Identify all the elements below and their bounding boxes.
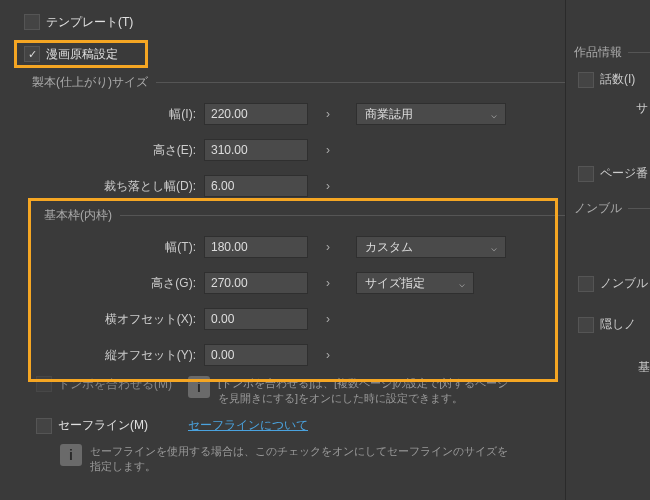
height-e-row: 高さ(E): 310.00 › (20, 135, 565, 165)
manga-settings-label: 漫画原稿設定 (46, 46, 118, 63)
commercial-preset-value: 商業誌用 (365, 106, 413, 123)
template-label: テンプレート(T) (46, 14, 133, 31)
safeline-link[interactable]: セーフラインについて (188, 417, 308, 434)
height-g-stepper[interactable]: › (314, 272, 342, 294)
binding-section-header: 製本(仕上がり)サイズ (32, 74, 565, 91)
divider-line (628, 52, 650, 53)
bleed-input[interactable]: 6.00 (204, 175, 308, 197)
right-panel: 作品情報 話数(I) サ ページ番 ノンブル ノンブル 隠しノ 基 (565, 0, 650, 500)
offset-x-row: 横オフセット(X): 0.00 › (20, 304, 565, 334)
left-panel: テンプレート(T) 漫画原稿設定 製本(仕上がり)サイズ 幅(I): 220.0… (0, 0, 565, 500)
width-i-row: 幅(I): 220.00 › 商業誌用 ⌵ (20, 99, 565, 129)
sa-label: サ (596, 100, 650, 117)
tombo-info-text: [トンボを合わせる]は、[複数ページ]の設定で[対するページを見開きにする]をオ… (218, 376, 518, 406)
safeline-info-text: セーフラインを使用する場合は、このチェックをオンにしてセーフラインのサイズを指定… (90, 444, 510, 474)
tombo-checkbox (36, 376, 52, 392)
offset-y-label: 縦オフセット(Y): (20, 347, 204, 364)
info-icon: i (60, 444, 82, 466)
binding-section-title: 製本(仕上がり)サイズ (32, 74, 148, 91)
offset-x-input[interactable]: 0.00 (204, 308, 308, 330)
width-i-label: 幅(I): (20, 106, 204, 123)
height-e-label: 高さ(E): (20, 142, 204, 159)
inner-section-title: 基本枠(内枠) (44, 207, 112, 224)
safeline-row: セーフライン(M) セーフラインについて (36, 412, 565, 440)
commercial-preset-dropdown[interactable]: 商業誌用 ⌵ (356, 103, 506, 125)
width-t-row: 幅(T): 180.00 › カスタム ⌵ (20, 232, 565, 262)
offset-x-stepper[interactable]: › (314, 308, 342, 330)
pagenum-checkbox[interactable] (578, 166, 594, 182)
divider-line (120, 215, 565, 216)
episodes-row: 話数(I) (578, 71, 650, 88)
work-info-header: 作品情報 (574, 44, 650, 61)
divider-line (628, 208, 650, 209)
template-checkbox[interactable] (24, 14, 40, 30)
tombo-row: トンボを合わせる(M) i [トンボを合わせる]は、[複数ページ]の設定で[対す… (36, 376, 565, 406)
custom-preset-value: カスタム (365, 239, 413, 256)
template-row: テンプレート(T) (24, 8, 565, 36)
width-i-stepper[interactable]: › (314, 103, 342, 125)
hidden-label: 隠しノ (600, 316, 636, 333)
nombre-title: ノンブル (574, 200, 622, 217)
chevron-down-icon: ⌵ (491, 109, 497, 120)
width-t-input[interactable]: 180.00 (204, 236, 308, 258)
height-g-label: 高さ(G): (20, 275, 204, 292)
manga-settings-row: 漫画原稿設定 (24, 40, 565, 68)
nombre-row: ノンブル (578, 275, 650, 292)
offset-y-input[interactable]: 0.00 (204, 344, 308, 366)
bleed-label: 裁ち落とし幅(D): (20, 178, 204, 195)
safeline-label: セーフライン(M) (58, 417, 188, 434)
height-e-stepper[interactable]: › (314, 139, 342, 161)
pagenum-row: ページ番 (578, 165, 650, 182)
safeline-checkbox[interactable] (36, 418, 52, 434)
height-g-row: 高さ(G): 270.00 › サイズ指定 ⌵ (20, 268, 565, 298)
inner-section-header: 基本枠(内枠) (44, 207, 565, 224)
width-t-stepper[interactable]: › (314, 236, 342, 258)
custom-preset-dropdown[interactable]: カスタム ⌵ (356, 236, 506, 258)
divider-line (156, 82, 565, 83)
height-g-input[interactable]: 270.00 (204, 272, 308, 294)
offset-x-label: 横オフセット(X): (20, 311, 204, 328)
hidden-checkbox[interactable] (578, 317, 594, 333)
height-e-input[interactable]: 310.00 (204, 139, 308, 161)
width-i-input[interactable]: 220.00 (204, 103, 308, 125)
episodes-checkbox[interactable] (578, 72, 594, 88)
safeline-info-row: i セーフラインを使用する場合は、このチェックをオンにしてセーフラインのサイズを… (60, 444, 565, 474)
bleed-stepper[interactable]: › (314, 175, 342, 197)
size-mode-value: サイズ指定 (365, 275, 425, 292)
offset-y-row: 縦オフセット(Y): 0.00 › (20, 340, 565, 370)
tombo-label: トンボを合わせる(M) (58, 376, 188, 393)
offset-y-stepper[interactable]: › (314, 344, 342, 366)
bleed-row: 裁ち落とし幅(D): 6.00 › (20, 171, 565, 201)
nombre-header: ノンブル (574, 200, 650, 217)
chevron-down-icon: ⌵ (491, 242, 497, 253)
pagenum-label: ページ番 (600, 165, 648, 182)
info-icon: i (188, 376, 210, 398)
size-mode-dropdown[interactable]: サイズ指定 ⌵ (356, 272, 474, 294)
nombre-checkbox[interactable] (578, 276, 594, 292)
episodes-label: 話数(I) (600, 71, 635, 88)
work-info-title: 作品情報 (574, 44, 622, 61)
hidden-row: 隠しノ (578, 316, 650, 333)
manga-settings-checkbox[interactable] (24, 46, 40, 62)
width-t-label: 幅(T): (20, 239, 204, 256)
nombre-label: ノンブル (600, 275, 648, 292)
base-label: 基 (596, 359, 650, 376)
chevron-down-icon: ⌵ (459, 278, 465, 289)
